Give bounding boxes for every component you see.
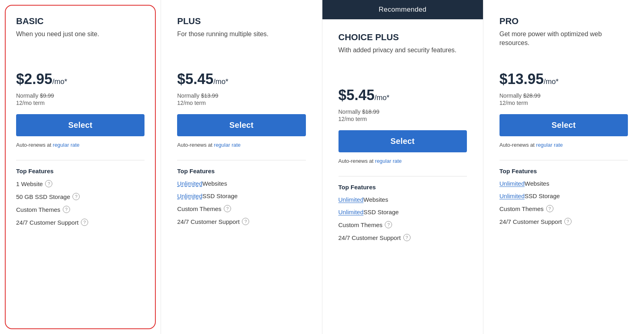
feature-link-pro-1[interactable]: Unlimited — [500, 193, 525, 199]
price-normal-pro: Normally $28.99 — [500, 92, 628, 99]
auto-renew-choice-plus: Auto-renews at regular rate — [339, 158, 467, 164]
top-features-label-basic: Top Features — [16, 168, 144, 174]
price-per-mo-pro: /mo* — [544, 78, 559, 86]
feature-text-choice-plus-2: Custom Themes — [339, 221, 383, 228]
feature-item-basic-0: 1 Website? — [16, 180, 144, 187]
feature-item-plus-3: 24/7 Customer Support? — [177, 218, 305, 225]
divider-choice-plus — [339, 176, 467, 176]
auto-renew-basic: Auto-renews at regular rate — [16, 142, 144, 148]
plan-name-basic: BASIC — [16, 16, 144, 27]
price-strikethrough-pro: $28.99 — [523, 92, 541, 99]
feature-help-basic-2[interactable]: ? — [63, 206, 70, 213]
pricing-container: BASICWhen you need just one site. $2.95/… — [0, 0, 644, 334]
feature-text-pro-3: 24/7 Customer Support — [500, 218, 562, 225]
regular-rate-link-pro[interactable]: regular rate — [536, 142, 563, 148]
select-button-choice-plus[interactable]: Select — [339, 130, 467, 152]
plan-col-basic: BASICWhen you need just one site. $2.95/… — [0, 0, 161, 334]
select-button-pro[interactable]: Select — [500, 114, 628, 136]
price-term-basic: 12/mo term — [16, 100, 144, 106]
price-strikethrough-plus: $13.99 — [201, 92, 218, 99]
price-per-mo-basic: /mo* — [52, 78, 67, 86]
price-main-plus: $5.45/mo* — [177, 69, 228, 88]
feature-item-plus-0: Unlimited Websites — [177, 180, 305, 187]
feature-link-plus-0[interactable]: Unlimited — [177, 180, 202, 187]
price-term-plus: 12/mo term — [177, 100, 305, 106]
feature-item-basic-3: 24/7 Customer Support? — [16, 219, 144, 226]
price-term-choice-plus: 12/mo term — [339, 116, 467, 122]
plan-name-choice-plus: CHOICE PLUS — [339, 32, 467, 43]
price-strikethrough-basic: $9.99 — [40, 92, 54, 99]
feature-help-plus-2[interactable]: ? — [224, 205, 231, 212]
price-per-mo-plus: /mo* — [213, 78, 228, 86]
feature-text-plus-3: 24/7 Customer Support — [177, 218, 239, 225]
plan-col-choice-plus: RecommendedCHOICE PLUSWith added privacy… — [322, 0, 483, 334]
feature-text-basic-2: Custom Themes — [16, 206, 60, 213]
feature-help-plus-3[interactable]: ? — [242, 218, 249, 225]
price-term-pro: 12/mo term — [500, 100, 628, 106]
feature-text-plus-1: SSD Storage — [202, 193, 238, 199]
price-section-pro: $13.95/mo* — [500, 70, 628, 87]
feature-text-choice-plus-3: 24/7 Customer Support — [339, 234, 401, 241]
divider-pro — [500, 160, 628, 160]
feature-item-pro-3: 24/7 Customer Support? — [500, 218, 628, 225]
feature-text-basic-1: 50 GB SSD Storage — [16, 193, 70, 200]
feature-item-plus-2: Custom Themes? — [177, 205, 305, 212]
feature-text-pro-2: Custom Themes — [500, 205, 544, 212]
feature-text-plus-0: Websites — [202, 180, 227, 187]
price-strikethrough-choice-plus: $18.99 — [362, 109, 380, 115]
price-normal-choice-plus: Normally $18.99 — [339, 109, 467, 115]
auto-renew-pro: Auto-renews at regular rate — [500, 142, 628, 148]
regular-rate-link-plus[interactable]: regular rate — [214, 142, 240, 148]
price-dollar-plus: $5.45 — [177, 71, 213, 87]
select-button-plus[interactable]: Select — [177, 114, 305, 136]
price-dollar-choice-plus: $5.45 — [339, 87, 375, 103]
plan-name-pro: PRO — [500, 16, 628, 27]
plan-name-plus: PLUS — [177, 16, 305, 27]
feature-link-choice-plus-1[interactable]: Unlimited — [339, 209, 364, 215]
select-button-basic[interactable]: Select — [16, 114, 144, 136]
feature-link-pro-0[interactable]: Unlimited — [500, 180, 525, 187]
feature-item-basic-2: Custom Themes? — [16, 206, 144, 213]
plan-desc-plus: For those running multiple sites. — [177, 30, 305, 58]
plan-desc-pro: Get more power with optimized web resour… — [500, 30, 628, 58]
top-features-label-pro: Top Features — [500, 168, 628, 174]
feature-help-basic-0[interactable]: ? — [45, 180, 52, 187]
feature-item-pro-1: Unlimited SSD Storage — [500, 193, 628, 199]
plan-col-plus: PLUSFor those running multiple sites. $5… — [161, 0, 322, 334]
regular-rate-link-basic[interactable]: regular rate — [53, 142, 79, 148]
price-main-basic: $2.95/mo* — [16, 69, 67, 88]
feature-text-choice-plus-1: SSD Storage — [363, 209, 399, 215]
divider-plus — [177, 160, 305, 160]
price-section-choice-plus: $5.45/mo* — [339, 86, 467, 103]
price-dollar-pro: $13.95 — [500, 71, 544, 87]
feature-help-basic-3[interactable]: ? — [81, 219, 88, 226]
feature-item-choice-plus-0: Unlimited Websites — [339, 196, 467, 203]
plan-desc-basic: When you need just one site. — [16, 30, 144, 58]
feature-item-choice-plus-1: Unlimited SSD Storage — [339, 209, 467, 215]
feature-text-pro-0: Websites — [524, 180, 549, 187]
divider-basic — [16, 160, 144, 160]
feature-text-pro-1: SSD Storage — [524, 193, 560, 199]
feature-item-plus-1: Unlimited SSD Storage — [177, 193, 305, 199]
feature-text-plus-2: Custom Themes — [177, 205, 221, 212]
plan-col-pro: PROGet more power with optimized web res… — [483, 0, 644, 334]
price-normal-plus: Normally $13.99 — [177, 92, 305, 99]
price-main-pro: $13.95/mo* — [500, 69, 559, 88]
regular-rate-link-choice-plus[interactable]: regular rate — [375, 158, 402, 164]
feature-item-pro-0: Unlimited Websites — [500, 180, 628, 187]
feature-help-choice-plus-2[interactable]: ? — [385, 221, 392, 228]
feature-text-basic-3: 24/7 Customer Support — [16, 219, 78, 226]
feature-link-choice-plus-0[interactable]: Unlimited — [339, 196, 364, 203]
price-main-choice-plus: $5.45/mo* — [339, 85, 390, 104]
recommended-badge: Recommended — [322, 0, 483, 19]
feature-link-plus-1[interactable]: Unlimited — [177, 193, 202, 199]
feature-help-pro-3[interactable]: ? — [564, 218, 572, 225]
price-section-basic: $2.95/mo* — [16, 70, 144, 87]
auto-renew-plus: Auto-renews at regular rate — [177, 142, 305, 148]
feature-text-basic-0: 1 Website — [16, 180, 43, 187]
feature-help-pro-2[interactable]: ? — [546, 205, 553, 212]
feature-item-basic-1: 50 GB SSD Storage? — [16, 193, 144, 200]
price-section-plus: $5.45/mo* — [177, 70, 305, 87]
feature-help-choice-plus-3[interactable]: ? — [403, 234, 411, 241]
feature-help-basic-1[interactable]: ? — [72, 193, 80, 200]
